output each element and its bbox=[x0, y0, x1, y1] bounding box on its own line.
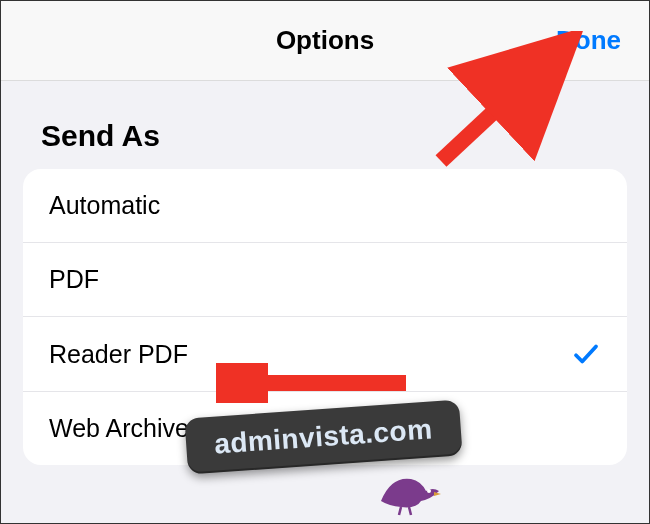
option-label: Automatic bbox=[49, 191, 160, 220]
option-reader-pdf[interactable]: Reader PDF bbox=[23, 317, 627, 392]
send-as-list: Automatic PDF Reader PDF Web Archive bbox=[23, 169, 627, 465]
section-header-send-as: Send As bbox=[1, 81, 649, 169]
header-bar: Options Done bbox=[1, 1, 649, 81]
option-automatic[interactable]: Automatic bbox=[23, 169, 627, 243]
option-pdf[interactable]: PDF bbox=[23, 243, 627, 317]
checkmark-icon bbox=[571, 339, 601, 369]
option-label: Reader PDF bbox=[49, 340, 188, 369]
option-label: PDF bbox=[49, 265, 99, 294]
bird-icon bbox=[371, 461, 441, 516]
page-title: Options bbox=[276, 25, 374, 56]
done-button[interactable]: Done bbox=[556, 25, 621, 56]
option-label: Web Archive bbox=[49, 414, 189, 443]
svg-point-4 bbox=[427, 489, 431, 493]
option-web-archive[interactable]: Web Archive bbox=[23, 392, 627, 465]
